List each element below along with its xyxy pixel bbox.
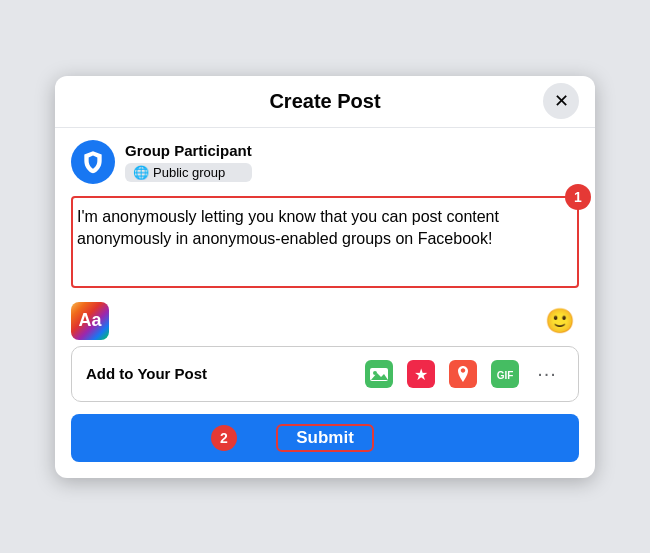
- add-to-post-bar: Add to Your Post ★: [71, 346, 579, 402]
- post-input-wrapper: 1: [71, 196, 579, 288]
- photo-icon: [365, 360, 393, 388]
- username: Group Participant: [125, 142, 252, 159]
- gif-icon: GIF: [491, 360, 519, 388]
- font-style-button[interactable]: Aa: [71, 302, 109, 340]
- add-activity-button[interactable]: ★: [404, 357, 438, 391]
- user-info: Group Participant 🌐 Public group: [71, 140, 579, 184]
- add-to-post-label: Add to Your Post: [86, 365, 207, 382]
- step-1-badge: 1: [565, 184, 591, 210]
- globe-icon: 🌐: [133, 165, 149, 180]
- step-2-badge: 2: [211, 425, 237, 451]
- add-gif-button[interactable]: GIF: [488, 357, 522, 391]
- avatar-icon: [80, 149, 106, 175]
- more-icon: ···: [537, 362, 557, 385]
- group-label: Public group: [153, 165, 225, 180]
- close-button[interactable]: ✕: [543, 83, 579, 119]
- more-options-button[interactable]: ···: [530, 357, 564, 391]
- font-label: Aa: [78, 310, 101, 331]
- toolbar-row: Aa 🙂: [71, 298, 579, 346]
- add-icons: ★ GIF: [362, 357, 564, 391]
- create-post-modal: Create Post ✕ Group Participant 🌐 Public…: [55, 76, 595, 478]
- group-badge: 🌐 Public group: [125, 163, 252, 182]
- submit-row: 2 Submit: [71, 414, 579, 466]
- modal-header: Create Post ✕: [55, 76, 595, 128]
- location-icon: [449, 360, 477, 388]
- emoji-button[interactable]: 🙂: [541, 302, 579, 340]
- activity-icon: ★: [407, 360, 435, 388]
- add-photo-button[interactable]: [362, 357, 396, 391]
- post-textarea[interactable]: [77, 206, 573, 278]
- svg-text:GIF: GIF: [497, 370, 514, 381]
- add-location-button[interactable]: [446, 357, 480, 391]
- modal-title: Create Post: [269, 90, 380, 113]
- emoji-icon: 🙂: [545, 307, 575, 335]
- modal-body: Group Participant 🌐 Public group 1 Aa 🙂 …: [55, 128, 595, 478]
- submit-wrapper: 2 Submit: [71, 414, 579, 462]
- user-details: Group Participant 🌐 Public group: [125, 142, 252, 182]
- avatar: [71, 140, 115, 184]
- svg-text:★: ★: [414, 366, 428, 383]
- submit-button[interactable]: Submit: [71, 414, 579, 462]
- submit-label: Submit: [276, 424, 374, 452]
